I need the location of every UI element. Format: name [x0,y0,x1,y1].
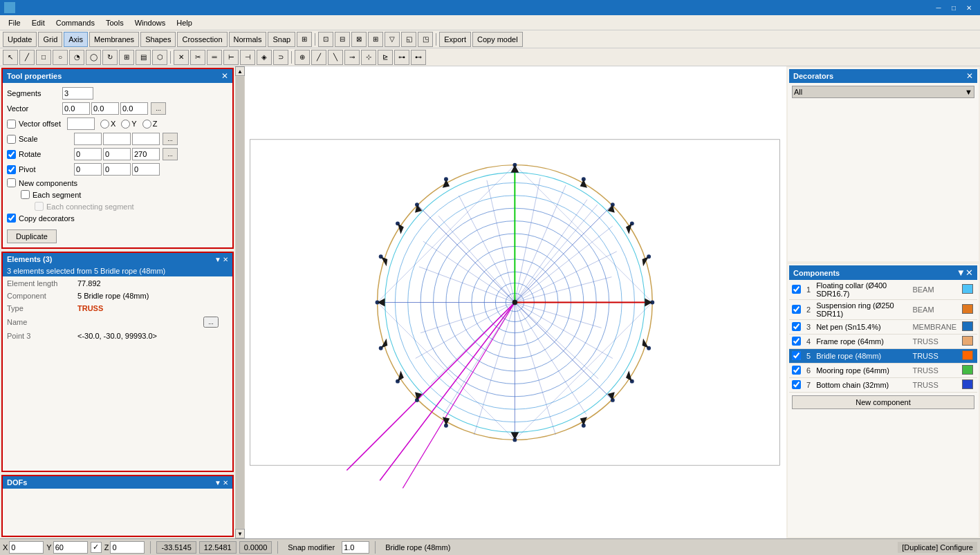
vector-x-input[interactable] [62,102,90,115]
select-tool[interactable]: ↖ [3,50,18,65]
component-row[interactable]: 3Net pen (Sn15.4%)MEMBRANE [789,320,977,335]
component-row[interactable]: 1Floating collar (Ø400 SDR16.7)BEAM [789,280,977,300]
view-icon6[interactable]: ◱ [401,32,416,47]
export-button[interactable]: Export [439,32,471,47]
maximize-button[interactable]: □ [947,2,961,13]
snap-node-tool[interactable]: ⊹ [361,50,376,65]
decorators-dropdown[interactable]: All ▼ [792,86,974,98]
y-input[interactable] [53,541,88,554]
duplicate-button[interactable]: Duplicate [7,229,57,243]
decorators-close-button[interactable]: ✕ [966,71,973,81]
component-checkbox[interactable] [792,322,801,331]
split-tool[interactable]: ✕ [174,50,189,65]
rotate-y-input[interactable] [103,148,131,160]
view-icon3[interactable]: ⊠ [351,32,367,47]
scale-checkbox[interactable] [7,135,16,144]
view-icon1[interactable]: ⊡ [318,32,333,47]
coord-checkbox[interactable]: ✓ [91,542,102,553]
view-icon5[interactable]: ▽ [385,32,400,47]
component-checkbox[interactable] [792,285,801,294]
copy-decorators-checkbox[interactable] [7,214,16,223]
arc-tool[interactable]: ◔ [69,50,84,65]
scale-more-button[interactable]: ... [163,133,178,145]
each-segment-checkbox[interactable] [21,190,30,199]
components-collapse-button[interactable]: ▼ [956,267,965,278]
component-row[interactable]: 5Bridle rope (48mm)TRUSS [789,349,977,364]
membranes-button[interactable]: Membranes [89,32,139,47]
cut-tool[interactable]: ✂ [190,50,205,65]
dofs-collapse-button[interactable]: ▼ [214,479,221,487]
circle-tool[interactable]: ○ [53,50,68,65]
connect-tool[interactable]: ⊶ [394,50,409,65]
segments-input[interactable] [62,87,93,100]
trim-tool[interactable]: ⊃ [273,50,288,65]
component-row[interactable]: 6Mooring rope (64mm)TRUSS [789,364,977,378]
component-checkbox[interactable] [792,305,801,314]
crossection-button[interactable]: Crossection [177,32,227,47]
scale-x-input[interactable] [74,133,102,145]
snap-icon[interactable]: ⊞ [297,32,312,47]
x-input[interactable] [9,541,44,554]
component-row[interactable]: 4Frame rope (64mm)TRUSS [789,335,977,349]
scale-z-input[interactable] [132,133,160,145]
snap-modifier-input[interactable] [342,541,369,554]
menu-windows[interactable]: Windows [129,17,172,28]
vector-offset-input[interactable] [67,117,95,130]
menu-help[interactable]: Help [171,17,198,28]
scroll-up-button[interactable]: ▲ [235,66,245,76]
pattern-tool[interactable]: ▤ [136,50,151,65]
tool-properties-close[interactable]: ✕ [221,71,228,81]
close-button[interactable]: ✕ [962,2,976,13]
radio-y[interactable] [121,120,130,129]
rect-tool[interactable]: □ [36,50,51,65]
grid-tool[interactable]: ⊞ [119,50,134,65]
vector-more-button[interactable]: ... [151,102,166,115]
scroll-track[interactable] [236,77,244,528]
polygon-tool[interactable]: ⬡ [152,50,167,65]
view-icon7[interactable]: ◳ [418,32,433,47]
align-tool[interactable]: ⊢ [223,50,239,65]
component-checkbox[interactable] [792,351,801,360]
elements-collapse-button[interactable]: ▼ [214,256,221,263]
ellipse-tool[interactable]: ◯ [86,50,101,65]
misc-tool[interactable]: ⊷ [411,50,426,65]
menu-tools[interactable]: Tools [100,17,129,28]
edge-tool[interactable]: ╱ [311,50,326,65]
minimize-button[interactable]: ─ [932,2,945,13]
elements-close-button[interactable]: ✕ [223,256,228,263]
component-checkbox[interactable] [792,366,801,375]
each-connecting-checkbox[interactable] [35,202,44,211]
components-close-button[interactable]: ✕ [965,267,973,278]
line-tool[interactable]: ╱ [19,50,35,65]
rotate-z-input[interactable] [132,148,160,160]
radio-x[interactable] [100,120,109,129]
new-components-checkbox[interactable] [7,178,16,187]
grid-button[interactable]: Grid [38,32,62,47]
menu-file[interactable]: File [3,17,26,28]
vector-z-input[interactable] [120,102,148,115]
copy-model-button[interactable]: Copy model [472,32,523,47]
component-row[interactable]: 2Suspension ring (Ø250 SDR11)BEAM [789,300,977,320]
dofs-close-button[interactable]: ✕ [223,479,228,487]
scale-y-input[interactable] [103,133,131,145]
vector-y-input[interactable] [91,102,119,115]
canvas-area[interactable] [245,66,786,538]
rotate-more-button[interactable]: ... [163,148,178,160]
component-checkbox[interactable] [792,337,801,346]
join-tool[interactable]: ═ [207,50,222,65]
pivot-checkbox[interactable] [7,165,16,174]
fill-tool[interactable]: ◈ [257,50,272,65]
menu-commands[interactable]: Commands [50,17,100,28]
pivot-z-input[interactable] [132,163,160,176]
extend-tool[interactable]: ⊣ [240,50,255,65]
shapes-button[interactable]: Shapes [140,32,176,47]
view-icon2[interactable]: ⊟ [335,32,350,47]
z-input[interactable] [110,541,145,554]
update-button[interactable]: Update [3,32,37,47]
rotate-checkbox[interactable] [7,150,16,159]
component-checkbox[interactable] [792,380,801,389]
rotate-x-input[interactable] [74,148,102,160]
vector-offset-checkbox[interactable] [7,120,16,129]
attach-tool[interactable]: ⊵ [378,50,393,65]
pivot-y-input[interactable] [103,163,131,176]
